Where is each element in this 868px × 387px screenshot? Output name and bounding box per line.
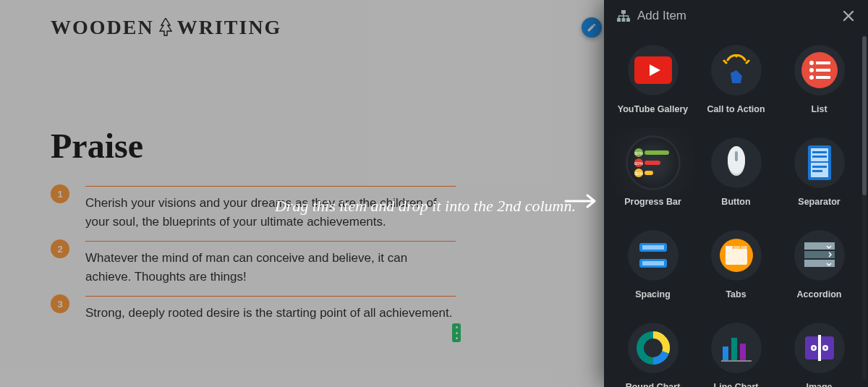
- bars-icon: [711, 323, 762, 373]
- separator-icon: [794, 137, 845, 188]
- block-drag-handle[interactable]: [452, 323, 461, 342]
- quote-divider: [85, 241, 456, 242]
- panel-header: Add Item: [604, 0, 868, 32]
- panel-item-label: List: [811, 104, 827, 114]
- panel-item-compare[interactable]: Image Comparison: [778, 312, 861, 387]
- panel-item-label: Progress Bar: [624, 197, 681, 207]
- panel-item-button[interactable]: Button: [694, 127, 778, 220]
- svg-rect-20: [644, 171, 653, 175]
- panel-item-spacing[interactable]: Spacing: [611, 220, 694, 312]
- svg-rect-3: [626, 18, 630, 22]
- panel-item-grid: YouTube GalleryCall to ActionList90%60%3…: [604, 32, 868, 387]
- svg-rect-11: [816, 76, 830, 79]
- svg-rect-27: [812, 156, 827, 158]
- panel-item-label: Round Chart: [626, 382, 681, 387]
- svg-text:60%: 60%: [634, 161, 643, 166]
- panel-item-bars[interactable]: Line Chart: [694, 312, 778, 387]
- quote-number-badge: 1: [51, 184, 69, 203]
- panel-item-separator[interactable]: Separator: [778, 127, 861, 220]
- panel-item-accordion[interactable]: Accordion: [778, 220, 861, 312]
- panel-item-list[interactable]: List: [778, 35, 861, 127]
- panel-item-label: Button: [721, 197, 750, 207]
- quote-divider: [85, 296, 456, 297]
- panel-item-label: Separator: [798, 197, 840, 207]
- logo-text-right: WRITING: [177, 16, 282, 39]
- svg-rect-48: [818, 335, 821, 361]
- quote-item[interactable]: 3 Strong, deeply rooted desire is the st…: [51, 296, 456, 323]
- panel-item-label: YouTube Gallery: [618, 104, 688, 114]
- svg-rect-7: [816, 61, 830, 64]
- svg-text:90%: 90%: [634, 151, 643, 156]
- quote-divider: [85, 186, 456, 187]
- button-icon: [711, 137, 762, 188]
- svg-rect-41: [804, 251, 835, 258]
- panel-item-label: Call to Action: [707, 104, 765, 114]
- svg-rect-32: [642, 245, 664, 250]
- panel-item-tabs[interactable]: Tabs: [694, 220, 778, 312]
- panel-item-youtube[interactable]: YouTube Gallery: [611, 35, 694, 127]
- panel-item-label: Accordion: [797, 289, 842, 299]
- tree-icon: [158, 18, 173, 37]
- svg-rect-42: [804, 260, 835, 267]
- svg-rect-40: [804, 242, 835, 250]
- svg-point-6: [809, 61, 814, 65]
- logo-text-left: WOODEN: [51, 16, 154, 39]
- panel-item-progress[interactable]: 90%60%30%Progress Bar: [611, 127, 694, 220]
- panel-item-cta[interactable]: Call to Action: [694, 35, 778, 127]
- donut-icon: [628, 323, 678, 373]
- panel-item-label: Line Chart: [714, 382, 759, 387]
- svg-rect-39: [741, 246, 747, 249]
- svg-rect-14: [644, 150, 669, 155]
- site-logo: WOODEN WRITING: [51, 16, 281, 39]
- svg-rect-23: [735, 151, 738, 161]
- svg-rect-0: [621, 10, 626, 14]
- panel-item-label: Image Comparison: [780, 382, 858, 387]
- svg-rect-46: [740, 344, 746, 361]
- tutorial-arrow-icon: [564, 191, 600, 211]
- svg-rect-17: [644, 161, 660, 165]
- quote-number-badge: 2: [51, 239, 69, 258]
- cta-icon: [711, 45, 762, 95]
- list-icon: [794, 45, 845, 95]
- progress-icon: 90%60%30%: [628, 137, 678, 188]
- youtube-icon: [628, 45, 678, 95]
- panel-title: Add Item: [637, 9, 686, 23]
- svg-rect-38: [733, 246, 740, 249]
- quote-item[interactable]: 2 Whatever the mind of man can conceive …: [51, 241, 456, 286]
- accordion-icon: [794, 230, 845, 281]
- svg-rect-37: [726, 246, 733, 250]
- svg-rect-36: [726, 249, 747, 265]
- svg-point-10: [809, 75, 814, 80]
- svg-rect-30: [812, 170, 822, 172]
- svg-rect-45: [731, 338, 737, 361]
- tutorial-callout: Drag this item and drop it into the 2nd …: [275, 197, 576, 216]
- svg-rect-28: [811, 161, 828, 163]
- scrollbar-thumb[interactable]: [862, 36, 867, 195]
- panel-item-donut[interactable]: Round Chart: [611, 312, 694, 387]
- svg-rect-29: [812, 166, 827, 168]
- svg-rect-9: [816, 69, 830, 72]
- svg-text:30%: 30%: [634, 171, 643, 176]
- svg-rect-1: [617, 18, 621, 22]
- spacing-icon: [628, 230, 678, 281]
- panel-item-label: Tabs: [726, 289, 746, 299]
- svg-rect-44: [723, 346, 728, 361]
- tabs-icon: [711, 230, 762, 281]
- compare-icon: [794, 323, 845, 373]
- quote-text: Whatever the mind of man can conceive an…: [85, 249, 456, 286]
- edit-icon[interactable]: [582, 17, 602, 38]
- svg-point-8: [809, 68, 814, 72]
- panel-item-label: Spacing: [635, 289, 671, 299]
- svg-rect-26: [812, 151, 827, 153]
- svg-rect-2: [622, 18, 626, 22]
- quote-text: Strong, deeply rooted desire is the star…: [85, 304, 456, 323]
- sitemap-icon: [617, 10, 630, 22]
- close-icon[interactable]: [842, 9, 855, 22]
- add-item-panel: Add Item YouTube GalleryCall to ActionLi…: [604, 0, 868, 387]
- svg-rect-34: [642, 261, 664, 265]
- quote-number-badge: 3: [51, 294, 69, 313]
